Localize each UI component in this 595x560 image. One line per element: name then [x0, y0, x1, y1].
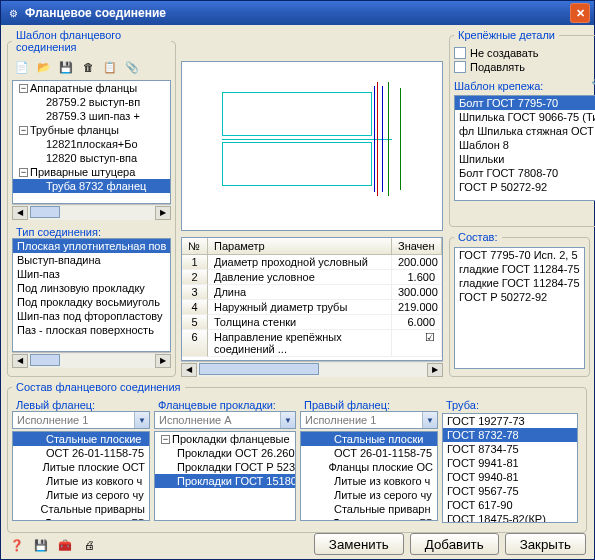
toolbar-btn-2[interactable]: 📂 [34, 57, 54, 77]
right-flange-tree[interactable]: Стальные плоскиОСТ 26-01-1158-75Фланцы п… [300, 431, 438, 521]
list-item[interactable]: ГОСТ 8734-75 [443, 442, 577, 456]
chk-no-create[interactable]: Не создавать [454, 47, 595, 59]
tree-item[interactable]: Литые стальные ГС [13, 516, 149, 521]
tree-item[interactable]: Литые из ковкого ч [13, 474, 149, 488]
tree-item[interactable]: Труба 8732 фланец [13, 179, 170, 193]
tree-hscroll[interactable]: ◀▶ [12, 204, 171, 220]
list-item[interactable]: ГОСТ 9941-81 [443, 456, 577, 470]
list-item[interactable]: Шпилька ГОСТ 9066-75 (Ти [455, 110, 595, 124]
template-tree[interactable]: −Аппаратные фланцы28759.2 выступ-вп28759… [12, 80, 171, 204]
tree-item[interactable]: −Трубные фланцы [13, 123, 170, 137]
list-item[interactable]: гладкие ГОСТ 11284-75 [455, 276, 584, 290]
app-icon: ⚙ [5, 5, 21, 21]
toolbar-btn-5[interactable]: 📋 [100, 57, 120, 77]
list-item[interactable]: Выступ-впадина [13, 253, 170, 267]
close-button[interactable]: Закрыть [505, 533, 586, 555]
chk-suppress[interactable]: Подавлять [454, 61, 595, 73]
tree-item[interactable]: Стальные приварн [301, 502, 437, 516]
tree-item[interactable]: −Аппаратные фланцы [13, 81, 170, 95]
list-item[interactable]: Под линзовую прокладку [13, 281, 170, 295]
expander-icon[interactable]: − [19, 168, 28, 177]
toolbar-btn-6[interactable]: 📎 [122, 57, 142, 77]
tree-item[interactable]: Прокладки ГОСТ 15180 [155, 474, 295, 488]
tree-item[interactable]: 28759.2 выступ-вп [13, 95, 170, 109]
list-item[interactable]: Болт ГОСТ 7808-70 [455, 166, 595, 180]
save-icon[interactable]: 💾 [31, 535, 51, 555]
list-item[interactable]: Шип-паз [13, 267, 170, 281]
tree-item[interactable]: Прокладки ГОСТ Р 523 [155, 460, 295, 474]
fastener-btn[interactable]: 🔧 [588, 75, 595, 95]
left-exec-combo[interactable]: Исполнение 1▼ [12, 411, 150, 429]
tree-item[interactable]: ОСТ 26-01-1158-75 [13, 446, 149, 460]
list-item[interactable]: Шаблон 8 [455, 138, 595, 152]
list-item[interactable]: фл Шпилька стяжная ОСТ 2 [455, 124, 595, 138]
list-item[interactable]: Под прокладку восьмиуголь [13, 295, 170, 309]
list-item[interactable]: Плоская уплотнительная пов [13, 239, 170, 253]
table-row[interactable]: 6Направление крепёжных соединений ...☑ [182, 330, 442, 357]
list-item[interactable]: ГОСТ 9940-81 [443, 470, 577, 484]
tree-item[interactable]: −Приварные штуцера [13, 165, 170, 179]
list-item[interactable]: Паз - плоская поверхность [13, 323, 170, 337]
list-item[interactable]: ГОСТ 617-90 [443, 498, 577, 512]
tree-item[interactable]: Литые плоские ОСТ [13, 460, 149, 474]
flange-comp-legend: Состав фланцевого соединения [12, 381, 185, 393]
toolbar-btn-3[interactable]: 💾 [56, 57, 76, 77]
tree-item[interactable]: 12820 выступ-впа [13, 151, 170, 165]
conn-hscroll[interactable]: ◀▶ [12, 352, 171, 368]
list-item[interactable]: ГОСТ Р 50272-92 [455, 180, 595, 194]
tree-item[interactable]: Стальные плоские [13, 432, 149, 446]
expander-icon[interactable]: − [19, 126, 28, 135]
tree-item[interactable]: Литые стальные ГС [301, 516, 437, 521]
tree-item[interactable]: Фланцы плоские ОС [301, 460, 437, 474]
tree-item[interactable]: Стальные приварны [13, 502, 149, 516]
list-item[interactable]: Шпильки [455, 152, 595, 166]
fastener-list[interactable]: Болт ГОСТ 7795-70Шпилька ГОСТ 9066-75 (Т… [454, 95, 595, 201]
table-row[interactable]: 5Толщина стенки6.000 [182, 315, 442, 330]
replace-button[interactable]: Заменить [314, 533, 404, 555]
grid-hscroll[interactable]: ◀▶ [181, 361, 443, 377]
tree-item[interactable]: Стальные плоски [301, 432, 437, 446]
table-row[interactable]: 2Давление условное1.600 [182, 270, 442, 285]
tree-item[interactable]: Прокладки ОСТ 26.260 [155, 446, 295, 460]
composition-list[interactable]: ГОСТ 7795-70 Исп. 2, 5гладкие ГОСТ 11284… [454, 247, 585, 369]
tree-item[interactable]: ОСТ 26-01-1158-75 [301, 446, 437, 460]
list-item[interactable]: ГОСТ 7795-70 Исп. 2, 5 [455, 248, 584, 262]
conn-type-label: Тип соединения: [12, 224, 171, 238]
gaskets-label: Фланцевые прокладки: [154, 397, 296, 411]
list-item[interactable]: Шип-паз под фторопластову [13, 309, 170, 323]
table-row[interactable]: 4Наружный диаметр трубы219.000 [182, 300, 442, 315]
expander-icon[interactable]: − [19, 84, 28, 93]
list-item[interactable]: Болт ГОСТ 7795-70 [455, 96, 595, 110]
print-icon[interactable]: 🖨 [79, 535, 99, 555]
tree-item[interactable]: 28759.3 шип-паз + [13, 109, 170, 123]
conn-type-list[interactable]: Плоская уплотнительная повВыступ-впадина… [12, 238, 171, 352]
toolbar-btn-1[interactable]: 📄 [12, 57, 32, 77]
tree-item[interactable]: −Прокладки фланцевые [155, 432, 295, 446]
pipe-list[interactable]: ГОСТ 19277-73ГОСТ 8732-78ГОСТ 8734-75ГОС… [442, 413, 578, 523]
gaskets-tree[interactable]: −Прокладки фланцевыеПрокладки ОСТ 26.260… [154, 431, 296, 521]
expander-icon[interactable]: − [161, 435, 170, 444]
table-row[interactable]: 3Длина300.000 [182, 285, 442, 300]
tree-item[interactable]: Литые из ковкого ч [301, 474, 437, 488]
params-grid[interactable]: № Параметр Значен 1Диаметр проходной усл… [181, 237, 443, 361]
help-icon[interactable]: ❓ [7, 535, 27, 555]
list-item[interactable]: ГОСТ 8732-78 [443, 428, 577, 442]
table-row[interactable]: 1Диаметр проходной условный200.000 [182, 255, 442, 270]
tree-item[interactable]: Литые из серого чу [301, 488, 437, 502]
tree-item[interactable]: 12821плоская+Бо [13, 137, 170, 151]
mid-exec-combo[interactable]: Исполнение A▼ [154, 411, 296, 429]
add-button[interactable]: Добавить [410, 533, 499, 555]
list-item[interactable]: гладкие ГОСТ 11284-75 [455, 262, 584, 276]
toolbar-btn-4[interactable]: 🗑 [78, 57, 98, 77]
list-item[interactable]: ГОСТ 18475-82(КР) [443, 512, 577, 523]
preview-canvas [181, 61, 443, 231]
list-item[interactable]: ГОСТ 19277-73 [443, 414, 577, 428]
close-icon[interactable]: ✕ [570, 3, 590, 23]
right-exec-combo[interactable]: Исполнение 1▼ [300, 411, 438, 429]
fasteners-legend: Крепёжные детали [454, 29, 559, 41]
left-flange-tree[interactable]: Стальные плоскиеОСТ 26-01-1158-75Литые п… [12, 431, 150, 521]
list-item[interactable]: ГОСТ 9567-75 [443, 484, 577, 498]
list-item[interactable]: ГОСТ Р 50272-92 [455, 290, 584, 304]
tree-item[interactable]: Литые из серого чу [13, 488, 149, 502]
tool-icon[interactable]: 🧰 [55, 535, 75, 555]
